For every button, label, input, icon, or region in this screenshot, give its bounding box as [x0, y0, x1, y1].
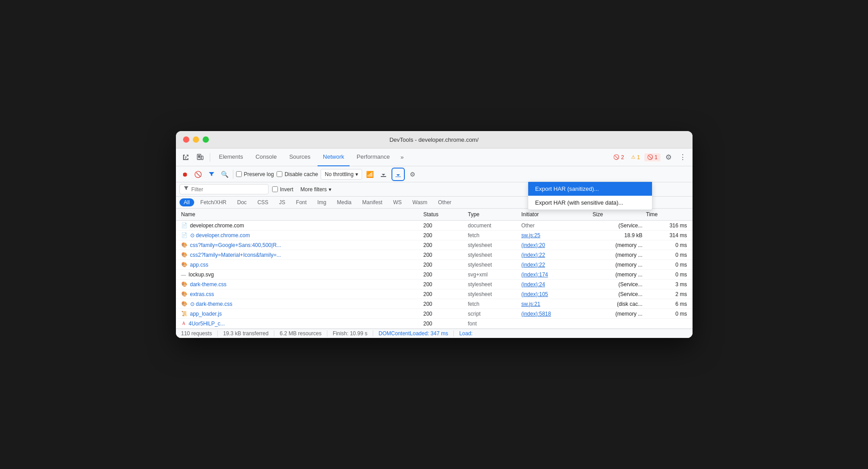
type-btn-all[interactable]: All — [179, 198, 194, 206]
disable-cache-checkbox[interactable] — [277, 171, 282, 177]
filter-input-wrapper[interactable]: Filter — [179, 184, 269, 194]
cell-initiator[interactable]: (index):22 — [520, 251, 591, 259]
more-options-button[interactable]: ⋮ — [676, 151, 689, 164]
cell-size: (memory ... — [591, 271, 644, 278]
cell-status: 200 — [422, 251, 466, 259]
preserve-log-checkbox[interactable] — [236, 171, 242, 177]
minimize-button[interactable] — [193, 136, 199, 143]
col-header-time[interactable]: Time — [644, 210, 689, 218]
cell-time: 316 ms — [644, 222, 689, 229]
cell-name: Ａ 4Uor5HlLP_c... — [179, 320, 422, 327]
cell-initiator[interactable]: (index):24 — [520, 281, 591, 288]
dom-content-loaded[interactable]: DOMContentLoaded: 347 ms — [379, 330, 448, 337]
record-button[interactable]: ⏺ — [179, 169, 190, 180]
invert-checkbox[interactable] — [272, 186, 278, 192]
type-btn-media[interactable]: Media — [333, 198, 356, 206]
toolbar-right: 🚫 2 ⚠ 1 🚫 1 ⚙ ⋮ — [611, 151, 689, 164]
filter-input[interactable] — [192, 186, 249, 193]
table-row[interactable]: 🎨 extras.css 200 stylesheet (index):105 … — [176, 289, 693, 299]
tab-sources[interactable]: Sources — [284, 148, 316, 166]
css-icon: 🎨 — [181, 301, 187, 307]
svg-rect-2 — [185, 158, 186, 159]
cell-initiator[interactable]: (index):22 — [520, 261, 591, 268]
transferred-size: 19.3 kB transferred — [223, 330, 269, 337]
tab-elements[interactable]: Elements — [214, 148, 249, 166]
import-button[interactable] — [378, 169, 389, 180]
col-header-initiator[interactable]: Initiator — [520, 210, 591, 218]
type-btn-font[interactable]: Font — [292, 198, 311, 206]
type-btn-img[interactable]: Img — [313, 198, 331, 206]
col-header-status[interactable]: Status — [422, 210, 466, 218]
search-button[interactable]: 🔍 — [220, 169, 230, 180]
table-row[interactable]: 📄 developer.chrome.com 200 document Othe… — [176, 221, 693, 230]
export-har-sanitized-item[interactable]: Export HAR (sanitized)... — [528, 182, 652, 196]
settings-button[interactable]: ⚙ — [662, 151, 675, 164]
cell-time: 2 ms — [644, 291, 689, 298]
cell-initiator[interactable]: (index):105 — [520, 291, 591, 298]
svg-rect-0 — [185, 156, 187, 157]
filter-button[interactable] — [206, 169, 217, 180]
col-header-type[interactable]: Type — [466, 210, 520, 218]
titlebar: DevTools - developer.chrome.com/ — [176, 131, 693, 148]
cell-type: fetch — [466, 300, 520, 308]
col-header-name[interactable]: Name — [179, 210, 422, 218]
type-btn-fetch-xhr[interactable]: Fetch/XHR — [196, 198, 231, 206]
throttle-selector[interactable]: No throttling ▾ — [321, 169, 362, 180]
device-toolbar-button[interactable] — [194, 151, 206, 164]
cell-initiator[interactable]: (index):20 — [520, 242, 591, 249]
tab-console[interactable]: Console — [250, 148, 282, 166]
cell-size — [591, 323, 644, 324]
table-row[interactable]: 📄 ⊙ developer.chrome.com 200 fetch sw.js… — [176, 230, 693, 240]
table-row[interactable]: Ａ 4Uor5HlLP_c... 200 font — [176, 319, 693, 329]
table-row[interactable]: 🎨 css?family=Google+Sans:400,500|R... 20… — [176, 240, 693, 250]
type-btn-css[interactable]: CSS — [253, 198, 273, 206]
export-har-button[interactable] — [391, 168, 405, 181]
load-time[interactable]: Load: — [459, 330, 473, 337]
table-row[interactable]: — lockup.svg 200 svg+xml (index):174 (me… — [176, 270, 693, 280]
second-toolbar: ⏺ 🚫 🔍 Preserve log Disable cache No thro… — [176, 166, 693, 182]
clear-button[interactable]: 🚫 — [193, 169, 204, 180]
resources-size: 6.2 MB resources — [280, 330, 322, 337]
cell-initiator[interactable]: sw.js:25 — [520, 232, 591, 239]
cell-initiator[interactable]: (index):5818 — [520, 310, 591, 317]
table-row[interactable]: 🎨 css2?family=Material+Icons&family=... … — [176, 250, 693, 260]
tab-performance[interactable]: Performance — [351, 148, 395, 166]
cell-type: stylesheet — [466, 291, 520, 298]
type-btn-other[interactable]: Other — [434, 198, 456, 206]
cell-size: (Service... — [591, 222, 644, 229]
table-row[interactable]: 🎨 ⊙ dark-theme.css 200 fetch sw.js:21 (d… — [176, 299, 693, 309]
table-row[interactable]: 🎨 app.css 200 stylesheet (index):22 (mem… — [176, 260, 693, 270]
wifi-button[interactable]: 📶 — [365, 169, 375, 180]
network-settings-button[interactable]: ⚙ — [408, 169, 418, 180]
type-btn-js[interactable]: JS — [275, 198, 290, 206]
type-btn-doc[interactable]: Doc — [233, 198, 251, 206]
cell-initiator — [520, 323, 591, 324]
preserve-log-label[interactable]: Preserve log — [236, 171, 274, 177]
cell-size: (memory ... — [591, 261, 644, 268]
table-row[interactable]: 📜 app_loader.js 200 script (index):5818 … — [176, 309, 693, 319]
cell-initiator: Other — [520, 222, 591, 229]
cell-type: stylesheet — [466, 242, 520, 249]
font-icon: Ａ — [181, 320, 186, 327]
cell-initiator[interactable]: sw.js:21 — [520, 300, 591, 308]
cell-size: (Service... — [591, 291, 644, 298]
close-button[interactable] — [183, 136, 189, 143]
invert-label[interactable]: Invert — [272, 186, 293, 193]
cell-initiator[interactable]: (index):174 — [520, 271, 591, 278]
css-icon: 🎨 — [181, 281, 187, 287]
devtools-content: Elements Console Sources Network Perform… — [176, 148, 693, 338]
inspect-element-button[interactable] — [179, 151, 192, 164]
maximize-button[interactable] — [203, 136, 209, 143]
type-btn-ws[interactable]: WS — [389, 198, 406, 206]
tab-more-button[interactable]: » — [397, 148, 407, 166]
col-header-size[interactable]: Size — [591, 210, 644, 218]
cell-time: 6 ms — [644, 300, 689, 308]
type-btn-manifest[interactable]: Manifest — [358, 198, 387, 206]
css-icon: 🎨 — [181, 262, 187, 267]
export-har-sensitive-item[interactable]: Export HAR (with sensitive data)... — [528, 196, 652, 210]
type-btn-wasm[interactable]: Wasm — [408, 198, 432, 206]
tab-network[interactable]: Network — [318, 148, 350, 166]
disable-cache-label[interactable]: Disable cache — [277, 171, 318, 177]
table-row[interactable]: 🎨 dark-theme.css 200 stylesheet (index):… — [176, 280, 693, 289]
more-filters-button[interactable]: More filters ▾ — [297, 185, 335, 194]
